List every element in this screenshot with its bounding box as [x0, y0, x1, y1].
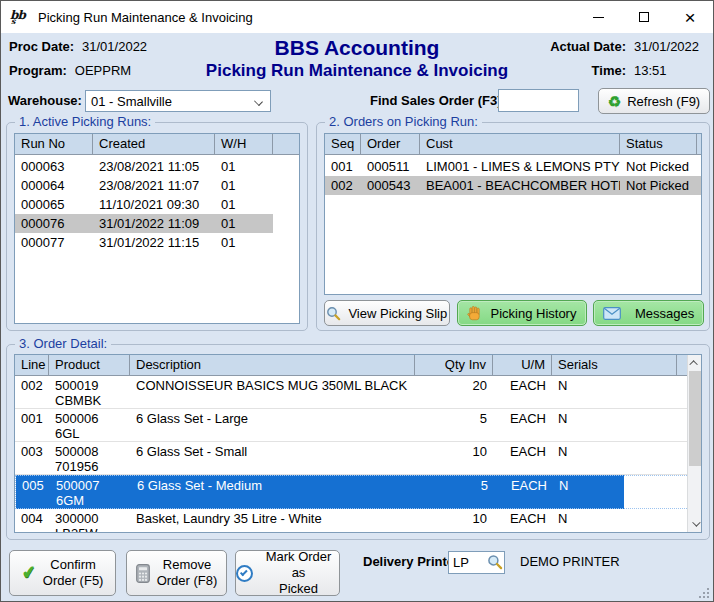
maximize-button[interactable] — [621, 1, 667, 33]
col-seq: Seq — [325, 134, 361, 154]
col-serials: Serials — [552, 355, 677, 375]
magnifier-icon[interactable] — [487, 554, 503, 570]
remove-order-label-1: Remove — [163, 557, 211, 572]
order-detail-row[interactable]: 001 5000066GL 6 Glass Set - Large 5 EACH… — [15, 409, 701, 442]
orders-panel: 2. Orders on Picking Run: Seq Order Cust… — [316, 122, 710, 331]
time-value: 13:51 — [634, 63, 706, 78]
warehouse-label: Warehouse: — [8, 93, 82, 108]
picking-run-row[interactable]: 00006511/10/2021 09:3001 — [15, 195, 299, 214]
col-cust: Cust — [420, 134, 620, 154]
order-detail-row[interactable]: 003 500008701956 6 Glass Set - Small 10 … — [15, 442, 701, 475]
actual-date-value: 31/01/2022 — [634, 39, 706, 54]
picking-runs-header: Run No Created W/H — [15, 134, 299, 155]
col-order: Order — [361, 134, 420, 154]
hand-icon — [467, 305, 482, 321]
order-detail-panel: 3. Order Detail: Line Product Descriptio… — [6, 344, 710, 540]
circle-check-icon — [236, 565, 253, 582]
refresh-button[interactable]: ♻ Refresh (F9) — [598, 88, 710, 114]
close-icon: × — [684, 8, 695, 27]
order-detail-row-selected[interactable]: 005 5000076GM 6 Glass Set - Medium 5 EAC… — [15, 475, 701, 509]
recycle-icon: ♻ — [608, 94, 621, 109]
remove-order-label-2: Order (F8) — [157, 573, 218, 588]
warehouse-selected-value: 01 - Smallville — [91, 94, 172, 109]
mark-picked-label-1: Mark Order as — [266, 549, 332, 580]
app-icon: bbs — [10, 7, 30, 27]
delivery-printer-name: DEMO PRINTER — [520, 554, 620, 569]
calculator-icon — [136, 564, 150, 583]
order-row-selected[interactable]: 002000543BEA001 - BEACHCOMBER HOTE...Not… — [325, 176, 701, 195]
order-detail-header: Line Product Description Qty Inv U/M Ser… — [15, 355, 701, 376]
picking-run-row[interactable]: 00006423/08/2021 11:0701 — [15, 176, 299, 195]
mark-picked-label-2: Picked — [279, 581, 318, 596]
col-created: Created — [93, 134, 215, 154]
window-title: Picking Run Maintenance & Invoicing — [38, 10, 253, 25]
order-detail-table: Line Product Description Qty Inv U/M Ser… — [14, 354, 702, 533]
picking-history-button[interactable]: Picking History — [457, 300, 588, 326]
order-detail-row[interactable]: 004 300000LB35W Basket, Laundry 35 Litre… — [15, 509, 701, 533]
find-sales-order-input[interactable] — [498, 89, 579, 112]
scrollbar-thumb[interactable] — [689, 371, 701, 466]
resize-grip[interactable] — [699, 588, 709, 598]
col-wh: W/H — [215, 134, 273, 154]
orders-title: 2. Orders on Picking Run: — [325, 114, 482, 129]
view-picking-slip-label: View Picking Slip — [348, 306, 447, 321]
active-picking-runs-panel: 1. Active Picking Runs: Run No Created W… — [6, 122, 308, 331]
col-um: U/M — [493, 355, 552, 375]
picking-run-row-selected[interactable]: 00007631/01/2022 11:0901 — [15, 214, 299, 233]
confirm-order-button[interactable]: ✔ ConfirmOrder (F5) — [9, 550, 116, 596]
col-line: Line — [15, 355, 49, 375]
remove-order-button[interactable]: RemoveOrder (F8) — [126, 550, 227, 596]
minimize-button[interactable] — [575, 1, 621, 33]
picking-run-row[interactable]: 00007731/01/2022 11:1501 — [15, 233, 299, 252]
col-description: Description — [130, 355, 415, 375]
scroll-up-button[interactable] — [688, 355, 702, 371]
order-row[interactable]: 001000511LIM001 - LIMES & LEMONS PTY L..… — [325, 157, 701, 176]
messages-label: Messages — [635, 306, 694, 321]
picking-run-row[interactable]: 00006323/08/2021 11:0501 — [15, 157, 299, 176]
order-detail-row[interactable]: 002 500019CBMBK CONNOISSEUR BASICS MUG 3… — [15, 376, 701, 409]
orders-header: Seq Order Cust Status — [325, 134, 701, 155]
time-label: Time: — [530, 63, 626, 78]
view-picking-slip-button[interactable]: View Picking Slip — [324, 300, 450, 326]
envelope-icon — [603, 307, 621, 320]
warehouse-select[interactable]: 01 - Smallville — [85, 90, 271, 112]
find-sales-order-label: Find Sales Order (F3): — [370, 93, 506, 108]
minimize-icon — [593, 17, 604, 18]
chevron-down-icon — [254, 97, 263, 106]
vertical-scrollbar[interactable] — [687, 355, 701, 532]
refresh-button-label: Refresh (F9) — [627, 94, 700, 109]
orders-table: Seq Order Cust Status 001000511LIM001 - … — [324, 133, 702, 295]
col-run-no: Run No — [15, 134, 93, 154]
chevron-up-icon — [689, 360, 697, 368]
col-product: Product — [49, 355, 130, 375]
order-detail-title: 3. Order Detail: — [15, 336, 111, 351]
app-window: bbs Picking Run Maintenance & Invoicing … — [0, 0, 714, 602]
chevron-down-icon — [692, 518, 700, 526]
active-picking-runs-title: 1. Active Picking Runs: — [15, 114, 155, 129]
confirm-order-label-1: Confirm — [50, 557, 96, 572]
mark-order-picked-button[interactable]: Mark Order asPicked — [235, 550, 340, 596]
check-icon: ✔ — [20, 564, 36, 582]
picking-runs-table: Run No Created W/H 00006323/08/2021 11:0… — [14, 133, 300, 324]
picking-history-label: Picking History — [490, 306, 576, 321]
title-bar: bbs Picking Run Maintenance & Invoicing … — [1, 1, 713, 33]
col-qty-inv: Qty Inv — [415, 355, 493, 375]
maximize-icon — [639, 12, 649, 22]
close-button[interactable]: × — [667, 1, 713, 33]
messages-button[interactable]: Messages — [593, 300, 704, 326]
magnifier-icon — [326, 306, 341, 321]
actual-date-label: Actual Date: — [530, 39, 626, 54]
col-status: Status — [620, 134, 697, 154]
scroll-down-button[interactable] — [688, 516, 702, 532]
confirm-order-label-2: Order (F5) — [43, 573, 104, 588]
